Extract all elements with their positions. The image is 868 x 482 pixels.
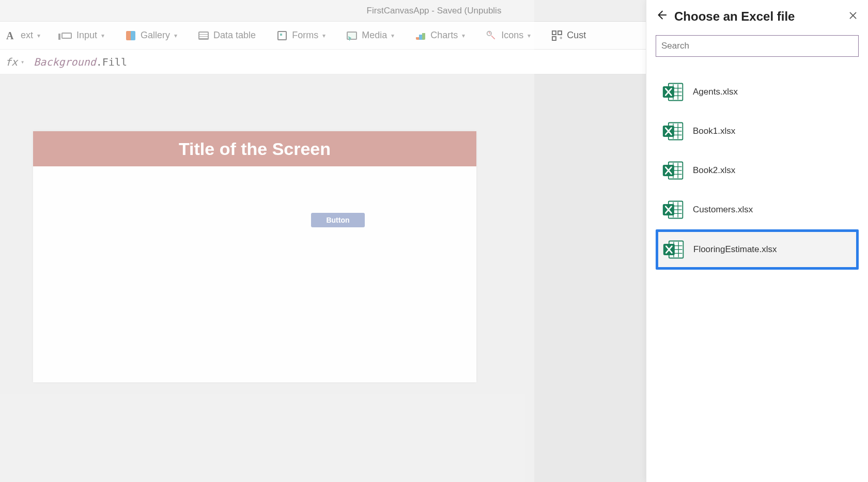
chevron-down-icon: ▾: [174, 32, 177, 39]
excel-file-icon: [662, 81, 685, 103]
canvas-button-label: Button: [326, 216, 349, 224]
excel-file-icon: [662, 198, 685, 221]
toolbar-forms-label: Forms: [292, 30, 318, 41]
svg-rect-1: [552, 31, 556, 35]
panel-title: Choose an Excel file: [674, 9, 840, 24]
toolbar-media-label: Media: [362, 30, 387, 41]
svg-rect-2: [558, 31, 562, 35]
file-item[interactable]: Book1.xlsx: [656, 112, 859, 151]
text-icon: A: [5, 30, 17, 41]
screen-preview[interactable]: Title of the Screen Button: [33, 131, 476, 382]
custom-icon: +: [551, 30, 563, 41]
media-icon: [346, 30, 358, 41]
formula-text[interactable]: Background.Fill: [34, 56, 127, 68]
formula-object: Background: [34, 56, 96, 68]
file-item[interactable]: FlooringEstimate.xlsx: [656, 229, 859, 270]
toolbar-input-label: Input: [76, 30, 97, 41]
toolbar-datatable[interactable]: Data table: [198, 30, 256, 41]
toolbar-text-label: ext: [21, 30, 33, 41]
input-icon: [61, 30, 72, 41]
file-list: Agents.xlsx Book1.xlsx Book2.xlsx Custom…: [656, 72, 859, 270]
toolbar-custom[interactable]: + Cust: [551, 30, 586, 41]
close-button[interactable]: [847, 11, 859, 22]
chevron-down-icon: ▾: [322, 32, 326, 39]
excel-file-icon: [662, 238, 685, 261]
svg-point-0: [487, 31, 491, 35]
toolbar-icons[interactable]: Icons ▾: [486, 30, 531, 41]
fx-label: fx: [5, 56, 18, 68]
excel-file-panel: Choose an Excel file Agents.xlsx Book1.x…: [646, 0, 868, 482]
file-name-label: Agents.xlsx: [693, 87, 738, 97]
file-item[interactable]: Customers.xlsx: [656, 190, 859, 229]
close-icon: [849, 11, 857, 20]
chevron-down-icon: ▾: [101, 32, 104, 39]
svg-rect-3: [552, 37, 556, 40]
canvas-button[interactable]: Button: [311, 213, 365, 227]
toolbar-datatable-label: Data table: [213, 30, 256, 41]
toolbar-media[interactable]: Media ▾: [346, 30, 394, 41]
screen-title-bar[interactable]: Title of the Screen: [33, 131, 476, 166]
file-name-label: FlooringEstimate.xlsx: [693, 244, 777, 255]
excel-file-icon: [662, 159, 685, 182]
file-item[interactable]: Agents.xlsx: [656, 72, 859, 112]
window-title: FirstCanvasApp - Saved (Unpublis: [367, 6, 502, 16]
arrow-left-icon: [656, 9, 667, 21]
chevron-down-icon: ▾: [391, 32, 394, 39]
chevron-down-icon[interactable]: ▾: [21, 58, 24, 66]
file-name-label: Book1.xlsx: [693, 126, 735, 136]
data-table-icon: [198, 30, 209, 41]
excel-file-icon: [662, 120, 685, 143]
screen-title-text: Title of the Screen: [179, 139, 331, 159]
toolbar-input[interactable]: Input ▾: [61, 30, 104, 41]
file-name-label: Book2.xlsx: [693, 165, 735, 176]
toolbar-custom-label: Cust: [567, 30, 586, 41]
chevron-down-icon: ▾: [462, 32, 465, 39]
screen-body: Button: [33, 166, 476, 382]
toolbar-icons-label: Icons: [501, 30, 523, 41]
toolbar-text[interactable]: A ext ▾: [5, 30, 40, 41]
search-input[interactable]: [656, 35, 859, 57]
toolbar-gallery[interactable]: Gallery ▾: [125, 30, 177, 41]
toolbar-gallery-label: Gallery: [141, 30, 170, 41]
chevron-down-icon: ▾: [528, 32, 531, 39]
chevron-down-icon: ▾: [37, 32, 40, 39]
forms-icon: [276, 30, 288, 41]
icons-icon: [486, 30, 497, 41]
gallery-icon: [125, 30, 136, 41]
toolbar-charts[interactable]: Charts ▾: [415, 30, 465, 41]
svg-text:+: +: [560, 35, 562, 41]
panel-header: Choose an Excel file: [656, 9, 859, 24]
charts-icon: [415, 30, 426, 41]
file-item[interactable]: Book2.xlsx: [656, 151, 859, 190]
toolbar-charts-label: Charts: [430, 30, 458, 41]
file-name-label: Customers.xlsx: [693, 205, 753, 215]
toolbar-forms[interactable]: Forms ▾: [276, 30, 326, 41]
back-button[interactable]: [656, 9, 667, 24]
formula-property: .Fill: [96, 56, 127, 68]
